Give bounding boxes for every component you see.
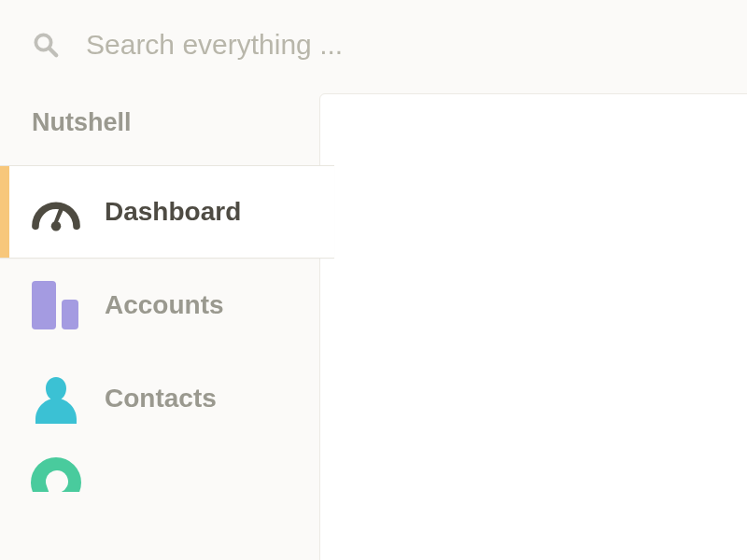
search-icon <box>32 31 60 59</box>
sidebar-title: Nutshell <box>0 97 319 165</box>
sidebar-item-accounts[interactable]: Accounts <box>0 259 319 352</box>
sidebar-item-dashboard[interactable]: Dashboard <box>0 165 334 259</box>
sidebar-item-contacts[interactable]: Contacts <box>0 352 319 445</box>
leads-icon <box>22 455 90 492</box>
search-input[interactable] <box>86 29 747 61</box>
search-bar <box>0 0 747 90</box>
sidebar: Nutshell Dashboard Accounts Contact <box>0 97 319 492</box>
sidebar-item-label: Contacts <box>105 384 217 413</box>
bars-icon <box>22 277 90 333</box>
sidebar-item-label: Dashboard <box>105 197 241 227</box>
sidebar-item-leads[interactable] <box>0 445 319 492</box>
sidebar-item-label: Accounts <box>105 290 224 320</box>
gauge-icon <box>22 184 90 240</box>
person-icon <box>22 371 90 427</box>
svg-point-2 <box>51 221 62 231</box>
main-content-panel <box>319 93 747 560</box>
svg-line-1 <box>49 49 56 55</box>
